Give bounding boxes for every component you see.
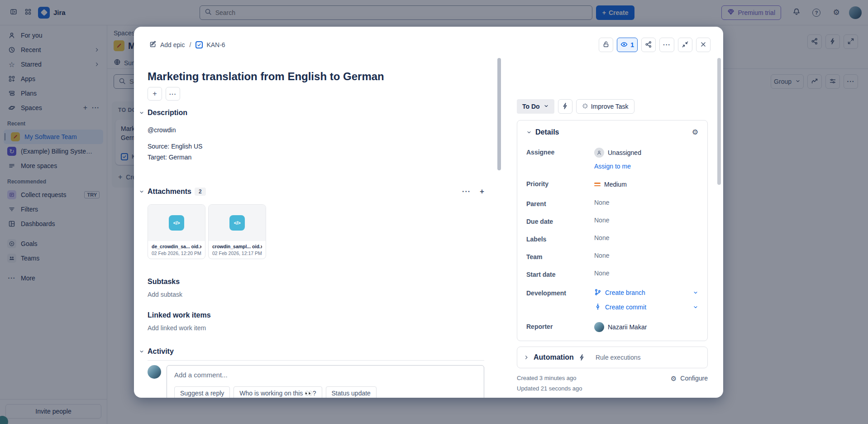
who-is-working-chip[interactable]: Who is working on this 👀?: [234, 386, 322, 398]
watchers-button[interactable]: 1: [617, 38, 638, 52]
collapse-icon: [682, 41, 689, 49]
attachment-date: 02 Feb 2026, 12:17 PM: [212, 251, 262, 256]
status-dropdown[interactable]: To Do: [517, 99, 554, 114]
priority-medium-icon: [594, 183, 601, 186]
chevron-down-icon: [139, 110, 144, 116]
task-type-icon: [196, 41, 203, 48]
add-subtask-button[interactable]: Add subtask: [148, 291, 484, 298]
reporter-value[interactable]: Nazarii Makar: [594, 322, 698, 332]
comment-input[interactable]: Add a comment... Suggest a reply Who is …: [167, 365, 484, 398]
collapse-modal-button[interactable]: [678, 38, 692, 52]
description-section-header[interactable]: Description: [148, 109, 484, 117]
chevron-down-icon: [139, 189, 144, 194]
ai-sparkle-icon: [582, 103, 588, 111]
edit-icon: [149, 41, 157, 49]
suggest-reply-chip[interactable]: Suggest a reply: [174, 386, 230, 398]
code-file-icon: </>: [169, 215, 184, 231]
attachment-date: 02 Feb 2026, 12:20 PM: [152, 251, 201, 256]
attachments-count-badge: 2: [195, 188, 206, 196]
attachment-card[interactable]: </> crowdin_sampl... oid.xml 02 Feb 2026…: [208, 204, 266, 259]
created-timestamp: Created 3 minutes ago: [517, 375, 582, 381]
status-update-chip[interactable]: Status update: [326, 386, 377, 398]
commit-icon: [594, 303, 601, 312]
chevron-right-icon: [524, 355, 529, 360]
assignee-value[interactable]: Unassigned: [594, 147, 698, 158]
start-date-value[interactable]: None: [594, 270, 698, 277]
watcher-count: 1: [630, 41, 634, 48]
attachment-card[interactable]: </> de_crowdin_sa... oid.xml 02 Feb 2026…: [148, 204, 205, 259]
chevron-down-icon: [544, 103, 549, 110]
chevron-down-icon[interactable]: [693, 290, 698, 295]
gear-icon: ⚙: [671, 375, 677, 382]
attachments-section-header[interactable]: Attachments 2 ··· +: [148, 187, 484, 196]
automation-quick-button[interactable]: [558, 99, 572, 114]
lock-button[interactable]: [599, 38, 613, 52]
unassigned-avatar-icon: [594, 148, 604, 158]
close-modal-button[interactable]: [696, 38, 711, 52]
details-panel: Details ⚙ Assignee Unassigned Assign to …: [517, 120, 708, 341]
modal-more-button[interactable]: ···: [659, 38, 674, 52]
details-heading: Details: [535, 128, 559, 136]
improve-task-button[interactable]: Improve Task: [576, 99, 634, 114]
share-icon: [645, 41, 652, 49]
title-more-button[interactable]: ···: [166, 87, 180, 101]
team-value[interactable]: None: [594, 252, 698, 259]
lightning-icon: [562, 102, 569, 111]
configure-button[interactable]: ⚙ Configure: [671, 375, 708, 382]
lightning-icon: [578, 354, 586, 361]
work-item-key[interactable]: KAN-6: [196, 41, 225, 48]
close-icon: [700, 41, 707, 49]
subtasks-section-header: Subtasks: [148, 278, 484, 286]
work-item-title[interactable]: Marketing translation from English to Ge…: [148, 70, 484, 83]
activity-section-header[interactable]: Activity: [148, 347, 484, 361]
reporter-avatar: [594, 322, 604, 332]
attachments-more-icon[interactable]: ···: [462, 188, 471, 196]
assign-to-me-link[interactable]: Assign to me: [594, 163, 698, 170]
description-target: Target: German: [148, 153, 484, 162]
description-mention[interactable]: @crowdin: [148, 125, 484, 135]
priority-value[interactable]: Medium: [594, 179, 698, 190]
parent-value[interactable]: None: [594, 199, 698, 206]
panel-scrollbar[interactable]: [717, 58, 721, 185]
rule-executions-label: Rule executions: [596, 354, 641, 361]
plus-icon: +: [153, 90, 157, 98]
attachment-name: crowdin_sampl... oid.xml: [212, 244, 262, 249]
updated-timestamp: Updated 21 seconds ago: [517, 385, 582, 392]
branch-icon: [594, 289, 601, 297]
code-file-icon: </>: [229, 215, 245, 231]
create-commit-link[interactable]: Create commit: [594, 302, 698, 313]
breadcrumb-separator: /: [188, 41, 192, 48]
more-dots-icon: ···: [663, 41, 671, 48]
create-branch-link[interactable]: Create branch: [594, 287, 698, 298]
share-button[interactable]: [641, 38, 656, 52]
chevron-down-icon[interactable]: [693, 304, 698, 310]
eye-icon: [620, 41, 628, 49]
details-settings-icon[interactable]: ⚙: [692, 128, 698, 136]
chevron-down-icon: [139, 349, 144, 354]
automation-panel[interactable]: Automation Rule executions: [517, 347, 708, 368]
current-user-avatar: [148, 365, 161, 379]
due-date-value[interactable]: None: [594, 217, 698, 224]
unlock-icon: [602, 41, 610, 49]
labels-value[interactable]: None: [594, 234, 698, 241]
add-attachment-icon[interactable]: +: [480, 187, 484, 196]
attachment-name: de_crowdin_sa... oid.xml: [152, 244, 201, 249]
more-dots-icon: ···: [169, 91, 176, 97]
linked-items-section-header: Linked work items: [148, 311, 484, 319]
work-item-modal: Add epic / KAN-6 1 ··· Marketing transla…: [134, 27, 723, 398]
chevron-down-icon[interactable]: [526, 130, 532, 135]
add-linked-item-button[interactable]: Add linked work item: [148, 324, 484, 332]
comment-placeholder: Add a comment...: [174, 371, 477, 379]
add-content-button[interactable]: +: [148, 87, 162, 101]
description-source: Source: English US: [148, 142, 484, 151]
add-epic-button[interactable]: Add epic: [149, 41, 185, 49]
automation-heading: Automation: [534, 353, 574, 361]
content-scrollbar[interactable]: [497, 58, 501, 170]
